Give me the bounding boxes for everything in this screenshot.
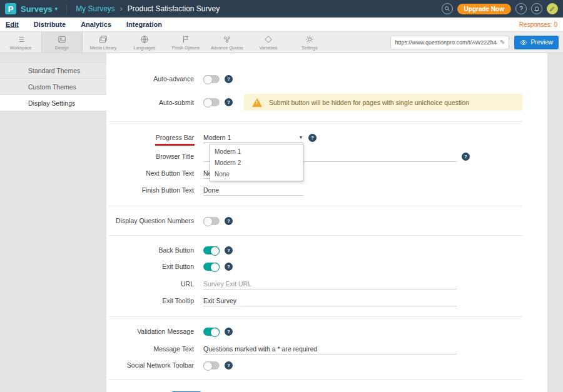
exit-button-help-icon[interactable]: ? (225, 263, 233, 271)
finish-button-text-row: Finish Button Text (106, 184, 547, 196)
progress-bar-help-icon[interactable]: ? (308, 134, 317, 142)
toolbar-item-settings[interactable]: Settings (289, 32, 330, 53)
main-nav: Edit Distribute Analytics Integration Re… (0, 18, 563, 31)
auto-submit-help-icon[interactable]: ? (225, 98, 233, 106)
survey-url-text: https://www.questionpro.com/t/AW22Zh44 (395, 39, 497, 46)
social-network-toolbar-help-icon[interactable]: ? (225, 361, 233, 369)
toolbar-item-label: Design (55, 46, 69, 50)
workspace-list-icon (16, 35, 25, 44)
toolbar-right: https://www.questionpro.com/t/AW22Zh44 ✎… (390, 32, 563, 53)
topbar: P Surveys ▾ My Surveys › Product Satisfa… (0, 0, 563, 18)
exit-tooltip-input[interactable] (203, 295, 457, 306)
questionpro-logo[interactable]: P (5, 3, 16, 14)
help-icon[interactable]: ? (515, 3, 527, 14)
dropdown-option-modern-2[interactable]: Modern 2 (210, 157, 303, 168)
sidebar-item-custom-themes[interactable]: Custom Themes (0, 79, 106, 95)
section-divider (109, 235, 522, 236)
auto-submit-row: Auto-submit ? Submit button will be hidd… (106, 94, 547, 111)
product-switcher[interactable]: Surveys (21, 4, 53, 14)
chevron-down-icon[interactable]: ▾ (55, 6, 58, 12)
variables-diamond-icon (264, 35, 273, 44)
upgrade-now-button[interactable]: Upgrade Now (457, 4, 511, 14)
display-question-numbers-row: Display Question Numbers ? (106, 216, 547, 225)
preview-button[interactable]: Preview (514, 36, 559, 49)
exit-tooltip-row: Exit Tooltip (106, 295, 547, 306)
progress-bar-selected-value: Modern 1 (203, 134, 231, 141)
gear-icon (305, 35, 314, 44)
auto-advance-toggle[interactable] (203, 75, 220, 83)
display-question-numbers-help-icon[interactable]: ? (225, 217, 233, 225)
section-divider (109, 316, 522, 317)
toolbar-item-finish-options[interactable]: Finish Options (165, 32, 206, 53)
exit-url-label: URL (106, 279, 194, 288)
auto-submit-toggle[interactable] (203, 98, 220, 106)
tab-distribute[interactable]: Distribute (34, 18, 66, 31)
design-image-icon (58, 35, 66, 44)
sidebar-item-standard-themes[interactable]: Standard Themes (0, 63, 106, 79)
dropdown-option-none[interactable]: None (210, 168, 303, 179)
toolbar-item-label: Settings (302, 46, 317, 50)
next-button-text-row: Next Button Text (106, 168, 547, 179)
toolbar-item-label: Finish Options (172, 46, 200, 50)
browser-title-row: Browser Title ? (106, 151, 547, 162)
exit-button-toggle[interactable] (203, 263, 220, 271)
select-caret-down-icon: ▾ (300, 134, 302, 140)
toolbar-item-design[interactable]: Design (41, 32, 83, 53)
sidebar-item-display-settings[interactable]: Display Settings (0, 95, 106, 111)
tab-integration[interactable]: Integration (126, 18, 162, 31)
toolbar-item-workspace[interactable]: Workspace (0, 32, 41, 53)
breadcrumb-my-surveys[interactable]: My Surveys (76, 4, 115, 13)
back-button-row: Back Button ? (106, 246, 547, 254)
progress-bar-label: Progress Bar (106, 133, 194, 142)
survey-url-field[interactable]: https://www.questionpro.com/t/AW22Zh44 ✎ (390, 36, 509, 49)
progress-bar-select-wrap: Modern 1 ▾ Modern 1 Modern 2 None (203, 132, 303, 143)
dropdown-option-modern-1[interactable]: Modern 1 (210, 146, 303, 157)
display-question-numbers-toggle[interactable] (203, 217, 220, 225)
validation-message-help-icon[interactable]: ? (225, 328, 233, 336)
topbar-divider (66, 4, 67, 14)
finish-flag-icon (181, 35, 190, 44)
section-divider (109, 121, 522, 122)
tab-edit[interactable]: Edit (6, 18, 19, 31)
design-toolbar: Workspace Design Media Library Languages… (0, 31, 563, 53)
exit-url-input[interactable] (203, 278, 457, 289)
finish-button-text-label: Finish Button Text (106, 186, 194, 194)
toolbar-item-languages[interactable]: Languages (124, 32, 165, 53)
themes-sidebar: Standard Themes Custom Themes Display Se… (0, 53, 106, 392)
page-body: Standard Themes Custom Themes Display Se… (0, 53, 563, 392)
toolbar-item-media-library[interactable]: Media Library (83, 32, 124, 53)
progress-bar-select[interactable]: Modern 1 ▾ (203, 132, 303, 143)
finish-button-text-input[interactable] (203, 184, 303, 196)
responses-count[interactable]: Responses: 0 (519, 21, 557, 28)
message-text-input[interactable] (203, 343, 457, 354)
warning-triangle-icon (252, 98, 262, 107)
edit-url-pencil-icon[interactable]: ✎ (500, 39, 505, 46)
back-button-help-icon[interactable]: ? (225, 246, 233, 254)
browser-title-label: Browser Title (106, 152, 194, 161)
warning-text: Submit button will be hidden for pages w… (269, 99, 469, 106)
browser-title-help-icon[interactable]: ? (462, 153, 470, 161)
toolbar-item-variables[interactable]: Variables (248, 32, 289, 53)
progress-bar-dropdown: Modern 1 Modern 2 None (210, 144, 303, 181)
auto-advance-label: Auto-advance (106, 74, 194, 83)
social-network-toolbar-toggle[interactable] (203, 361, 220, 369)
toolbar-item-label: Languages (134, 46, 156, 50)
back-button-label: Back Button (106, 246, 194, 254)
next-button-text-label: Next Button Text (106, 169, 194, 178)
notifications-bell-icon[interactable] (531, 3, 542, 14)
back-button-toggle[interactable] (203, 246, 220, 254)
exit-tooltip-label: Exit Tooltip (106, 296, 194, 305)
auto-submit-warning: Submit button will be hidden for pages w… (244, 94, 522, 111)
search-icon[interactable] (442, 3, 453, 14)
media-library-icon (99, 35, 108, 44)
message-text-row: Message Text (106, 343, 547, 354)
toolbar-item-advance-quotas[interactable]: Advance Quotas (206, 32, 248, 53)
tab-analytics[interactable]: Analytics (81, 18, 111, 31)
edit-pencil-icon[interactable] (547, 3, 558, 14)
auto-advance-help-icon[interactable]: ? (225, 75, 233, 83)
auto-submit-label: Auto-submit (106, 98, 194, 107)
exit-button-row: Exit Button ? (106, 262, 547, 271)
toolbar-item-label: Advance Quotas (211, 46, 243, 50)
section-divider (109, 379, 522, 380)
validation-message-toggle[interactable] (203, 328, 220, 336)
